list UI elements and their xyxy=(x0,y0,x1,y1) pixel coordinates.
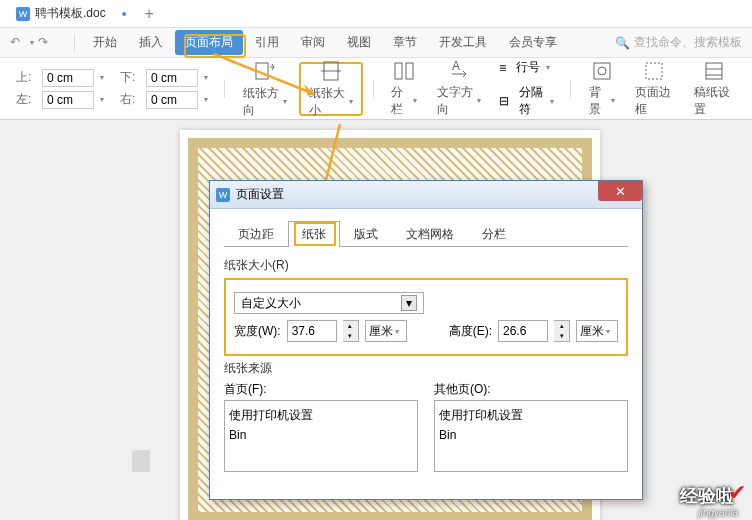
app-icon: W xyxy=(216,188,230,202)
paper-source-label: 纸张来源 xyxy=(224,360,628,377)
list-item[interactable]: Bin xyxy=(439,426,623,444)
margin-left-label: 左: xyxy=(16,91,36,108)
margin-right-label: 右: xyxy=(120,91,140,108)
width-unit-select[interactable]: 厘米▾ xyxy=(365,320,407,342)
document-tab[interactable]: W 聘书模板.doc xyxy=(8,3,114,24)
chevron-down-icon: ▾ xyxy=(550,97,554,106)
search-placeholder: 查找命令、搜索模板 xyxy=(634,34,742,51)
width-stepper[interactable]: ▴▾ xyxy=(343,320,359,342)
menu-view[interactable]: 视图 xyxy=(337,30,381,55)
chevron-down-icon: ▾ xyxy=(477,96,481,105)
menu-insert[interactable]: 插入 xyxy=(129,30,173,55)
other-pages-list[interactable]: 使用打印机设置 Bin xyxy=(434,400,628,472)
separator xyxy=(74,34,75,52)
separator-button[interactable]: ⊟分隔符▾ xyxy=(499,84,554,118)
height-stepper[interactable]: ▴▾ xyxy=(554,320,570,342)
paper-preset-select[interactable]: 自定义大小 ▾ xyxy=(234,292,424,314)
page-indicator-icon[interactable] xyxy=(132,450,150,472)
background-label: 背景 xyxy=(589,84,610,118)
width-input[interactable] xyxy=(287,320,337,342)
undo-button[interactable]: ↶ xyxy=(10,35,26,51)
height-label: 高度(E): xyxy=(449,323,492,340)
chevron-down-icon[interactable]: ▾ xyxy=(30,38,34,47)
redo-button[interactable]: ↷ xyxy=(38,35,54,51)
columns-label: 分栏 xyxy=(391,84,412,118)
columns-button[interactable]: 分栏▾ xyxy=(383,62,425,116)
chevron-down-icon: ▾ xyxy=(413,96,417,105)
chevron-down-icon: ▾ xyxy=(606,327,610,336)
margin-top-input[interactable] xyxy=(42,69,94,87)
tab-grid[interactable]: 文档网格 xyxy=(392,221,468,247)
list-item[interactable]: Bin xyxy=(229,426,413,444)
background-button[interactable]: 背景▾ xyxy=(581,62,623,116)
menu-home[interactable]: 开始 xyxy=(83,30,127,55)
orientation-icon xyxy=(252,59,278,83)
chevron-down-icon: ▾ xyxy=(283,97,287,106)
svg-rect-6 xyxy=(594,63,610,79)
paper-size-icon xyxy=(318,59,344,83)
menu-page-layout[interactable]: 页面布局 xyxy=(175,30,243,55)
orientation-button[interactable]: 纸张方向▾ xyxy=(235,62,295,116)
page-border-button[interactable]: 页面边框 xyxy=(627,62,683,116)
svg-rect-4 xyxy=(406,63,413,79)
svg-rect-3 xyxy=(395,63,402,79)
separator xyxy=(373,80,374,98)
margin-bottom-label: 下: xyxy=(120,69,140,86)
stepper-icon[interactable]: ▾ xyxy=(204,73,208,82)
page-setup-dialog: W 页面设置 ✕ 页边距 纸张 版式 文档网格 分栏 纸张大小(R) 自定义大小… xyxy=(209,180,643,500)
dialog-titlebar[interactable]: W 页面设置 ✕ xyxy=(210,181,642,209)
svg-text:A: A xyxy=(452,60,460,73)
stepper-icon[interactable]: ▾ xyxy=(100,95,104,104)
width-label: 宽度(W): xyxy=(234,323,281,340)
search-box[interactable]: 🔍 查找命令、搜索模板 xyxy=(615,34,742,51)
paper-size-section-label: 纸张大小(R) xyxy=(224,257,628,274)
paper-preset-value: 自定义大小 xyxy=(241,295,301,312)
new-tab-button[interactable]: + xyxy=(145,5,154,23)
manuscript-button[interactable]: 稿纸设置 xyxy=(686,62,742,116)
chevron-down-icon: ▾ xyxy=(401,295,417,311)
margin-bottom-input[interactable] xyxy=(146,69,198,87)
separator xyxy=(224,80,225,98)
menu-member[interactable]: 会员专享 xyxy=(499,30,567,55)
watermark: 经验啦 xyxy=(680,484,734,508)
separator-icon: ⊟ xyxy=(499,94,509,108)
menu-review[interactable]: 审阅 xyxy=(291,30,335,55)
list-item[interactable]: 使用打印机设置 xyxy=(229,405,413,426)
doc-icon: W xyxy=(16,7,30,21)
menu-chapter[interactable]: 章节 xyxy=(383,30,427,55)
line-number-button[interactable]: ≡行号▾ xyxy=(499,59,554,76)
tab-columns[interactable]: 分栏 xyxy=(468,221,520,247)
background-icon xyxy=(589,60,615,82)
text-direction-button[interactable]: A文字方向▾ xyxy=(429,62,489,116)
height-input[interactable] xyxy=(498,320,548,342)
menu-devtools[interactable]: 开发工具 xyxy=(429,30,497,55)
watermark-sub: jingyanla xyxy=(699,507,738,518)
checkmark-icon: ✔ xyxy=(728,480,746,506)
dialog-title: 页面设置 xyxy=(236,186,284,203)
separator xyxy=(570,80,571,98)
page-border-label: 页面边框 xyxy=(635,84,675,118)
chevron-down-icon: ▾ xyxy=(546,63,550,72)
paper-size-button[interactable]: 纸张大小▾ xyxy=(299,62,363,116)
margin-right-input[interactable] xyxy=(146,91,198,109)
list-item[interactable]: 使用打印机设置 xyxy=(439,405,623,426)
tab-layout[interactable]: 版式 xyxy=(340,221,392,247)
border-icon xyxy=(641,60,667,82)
first-page-list[interactable]: 使用打印机设置 Bin xyxy=(224,400,418,472)
tab-margins[interactable]: 页边距 xyxy=(224,221,288,247)
menu-references[interactable]: 引用 xyxy=(245,30,289,55)
stepper-icon[interactable]: ▾ xyxy=(100,73,104,82)
linenum-icon: ≡ xyxy=(499,61,506,75)
chevron-down-icon: ▾ xyxy=(395,327,399,336)
close-button[interactable]: ✕ xyxy=(598,181,642,201)
separator-label: 分隔符 xyxy=(519,84,544,118)
stepper-icon[interactable]: ▾ xyxy=(204,95,208,104)
margin-top-label: 上: xyxy=(16,69,36,86)
highlight-box: 自定义大小 ▾ 宽度(W): ▴▾ 厘米▾ 高度(E): ▴▾ 厘米▾ xyxy=(224,278,628,356)
margin-left-input[interactable] xyxy=(42,91,94,109)
height-unit-select[interactable]: 厘米▾ xyxy=(576,320,618,342)
manuscript-label: 稿纸设置 xyxy=(694,84,734,118)
unit-label: 厘米 xyxy=(369,323,393,340)
search-icon: 🔍 xyxy=(615,36,630,50)
tab-paper[interactable]: 纸张 xyxy=(288,221,340,247)
